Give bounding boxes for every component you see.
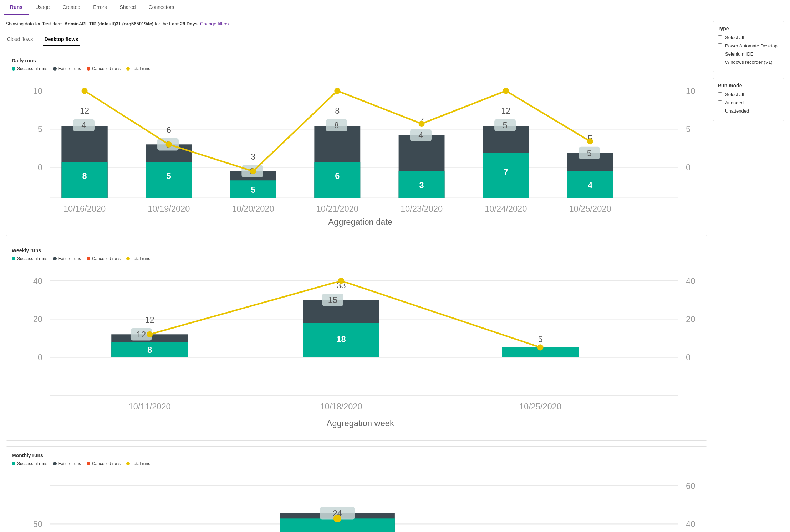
svg-text:8: 8	[334, 121, 339, 130]
legend-failure-m: Failure runs	[53, 461, 81, 466]
svg-text:10: 10	[33, 87, 42, 96]
svg-text:40: 40	[33, 276, 42, 285]
weekly-chart-wrapper: 40 20 0 40 20 0 8 12 12	[12, 265, 701, 435]
weekly-legend: Successful runs Failure runs Cancelled r…	[12, 256, 701, 261]
run-mode-select-all-checkbox[interactable]	[718, 92, 722, 97]
svg-text:4: 4	[588, 181, 592, 190]
svg-point-56	[334, 88, 340, 94]
type-selenium-label[interactable]: Selenium IDE	[725, 51, 753, 57]
run-mode-filter-title: Run mode	[718, 83, 780, 88]
monthly-legend: Successful runs Failure runs Cancelled r…	[12, 461, 701, 466]
svg-text:10/23/2020: 10/23/2020	[401, 204, 443, 213]
svg-text:0: 0	[38, 163, 42, 172]
svg-text:4: 4	[81, 121, 86, 130]
type-filter-box: Type Select all Power Automate Desktop S…	[713, 21, 784, 72]
tab-runs[interactable]: Runs	[4, 0, 29, 15]
svg-text:12: 12	[80, 106, 89, 115]
svg-text:40: 40	[686, 276, 695, 285]
svg-point-58	[503, 88, 509, 94]
sub-tab-desktop-flows[interactable]: Desktop flows	[43, 33, 80, 46]
daily-chart-wrapper: 10 5 0 10 5 0 8 4	[12, 76, 701, 230]
run-mode-unattended: Unattended	[718, 108, 780, 114]
svg-text:0: 0	[686, 353, 690, 362]
sidebar: Type Select all Power Automate Desktop S…	[713, 21, 784, 532]
run-mode-unattended-label[interactable]: Unattended	[725, 108, 749, 114]
svg-point-55	[250, 168, 256, 174]
type-select-all-checkbox[interactable]	[718, 35, 722, 40]
svg-text:40: 40	[686, 520, 695, 529]
monthly-runs-title: Monthly runs	[12, 453, 701, 458]
type-power-automate: Power Automate Desktop	[718, 43, 780, 48]
type-windows-recorder: Windows recorder (V1)	[718, 60, 780, 65]
svg-text:5: 5	[167, 171, 171, 181]
svg-text:8: 8	[335, 106, 340, 115]
env-name: Test_test_AdminAPI_TIP (default)31 (org5…	[42, 21, 153, 26]
type-selenium: Selenium IDE	[718, 51, 780, 57]
tab-connectors[interactable]: Connectors	[142, 0, 181, 15]
type-power-automate-label[interactable]: Power Automate Desktop	[725, 43, 778, 48]
svg-point-112	[333, 515, 341, 522]
svg-text:20: 20	[33, 314, 42, 324]
svg-text:5: 5	[38, 125, 42, 134]
legend-cancelled-m: Cancelled runs	[87, 461, 121, 466]
run-mode-attended-label[interactable]: Attended	[725, 100, 744, 105]
info-bar: Showing data for Test_test_AdminAPI_TIP …	[6, 21, 707, 26]
legend-failure: Failure runs	[53, 66, 81, 71]
run-mode-select-all-label[interactable]: Select all	[725, 92, 744, 97]
type-power-automate-checkbox[interactable]	[718, 43, 722, 48]
daily-runs-title: Daily runs	[12, 58, 701, 63]
svg-text:60: 60	[686, 481, 695, 491]
daily-chart-svg: 10 5 0 10 5 0 8 4	[12, 76, 701, 229]
tab-shared[interactable]: Shared	[113, 0, 142, 15]
monthly-chart-svg: 50 0 60 40 31 24 October 2020	[12, 470, 701, 532]
svg-text:5: 5	[251, 185, 255, 195]
svg-text:10/20/2020: 10/20/2020	[232, 204, 274, 213]
legend-total-m: Total runs	[126, 461, 150, 466]
weekly-chart-svg: 40 20 0 40 20 0 8 12 12	[12, 265, 701, 434]
svg-text:7: 7	[504, 167, 508, 177]
daily-legend: Successful runs Failure runs Cancelled r…	[12, 66, 701, 71]
tab-errors[interactable]: Errors	[87, 0, 113, 15]
svg-text:20: 20	[686, 314, 695, 324]
nav-tabs: Runs Usage Created Errors Shared Connect…	[0, 0, 790, 15]
monthly-runs-chart-card: Monthly runs Successful runs Failure run…	[6, 446, 707, 532]
svg-point-59	[587, 138, 593, 144]
type-windows-recorder-label[interactable]: Windows recorder (V1)	[725, 60, 773, 65]
change-filters-link[interactable]: Change filters	[200, 21, 229, 26]
svg-text:6: 6	[167, 125, 171, 135]
tab-created[interactable]: Created	[56, 0, 87, 15]
run-mode-select-all: Select all	[718, 92, 780, 97]
svg-text:12: 12	[501, 106, 510, 115]
svg-point-94	[537, 344, 543, 350]
svg-text:6: 6	[335, 171, 340, 181]
type-select-all-label[interactable]: Select all	[725, 35, 744, 40]
svg-text:5: 5	[503, 121, 508, 130]
type-select-all: Select all	[718, 35, 780, 40]
monthly-chart-wrapper: 50 0 60 40 31 24 October 2020	[12, 470, 701, 532]
svg-text:10/21/2020: 10/21/2020	[316, 204, 358, 213]
period: Last 28 Days	[169, 21, 198, 26]
svg-point-92	[147, 331, 153, 337]
legend-successful-w: Successful runs	[12, 256, 47, 261]
type-selenium-checkbox[interactable]	[718, 52, 722, 56]
svg-text:10/18/2020: 10/18/2020	[320, 402, 362, 411]
svg-text:10/19/2020: 10/19/2020	[148, 204, 190, 213]
daily-runs-chart-card: Daily runs Successful runs Failure runs …	[6, 52, 707, 236]
svg-text:50: 50	[33, 520, 42, 529]
type-windows-recorder-checkbox[interactable]	[718, 60, 722, 64]
svg-text:15: 15	[328, 295, 337, 305]
svg-point-93	[338, 278, 344, 284]
svg-text:18: 18	[336, 334, 346, 344]
run-mode-attended: Attended	[718, 100, 780, 105]
legend-cancelled: Cancelled runs	[87, 66, 121, 71]
sub-tab-cloud-flows[interactable]: Cloud flows	[6, 33, 34, 46]
svg-text:5: 5	[686, 125, 690, 134]
svg-text:12: 12	[145, 315, 154, 325]
run-mode-unattended-checkbox[interactable]	[718, 109, 722, 113]
svg-text:10/25/2020: 10/25/2020	[519, 402, 561, 411]
legend-total: Total runs	[126, 66, 150, 71]
svg-text:10: 10	[686, 87, 695, 96]
tab-usage[interactable]: Usage	[29, 0, 56, 15]
run-mode-attended-checkbox[interactable]	[718, 100, 722, 105]
svg-point-54	[166, 141, 172, 148]
